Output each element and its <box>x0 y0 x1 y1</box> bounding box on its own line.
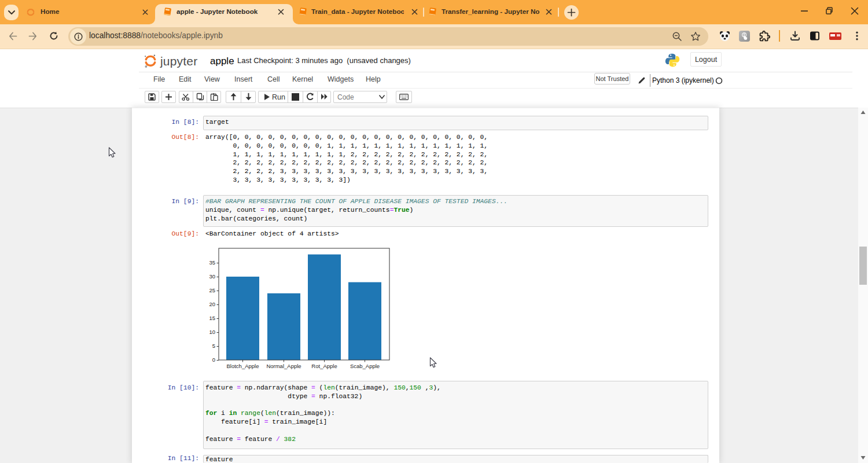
svg-text:Scab_Apple: Scab_Apple <box>350 363 380 369</box>
svg-text:20: 20 <box>209 301 215 307</box>
svg-text:Rot_Apple: Rot_Apple <box>311 363 337 369</box>
svg-text:5: 5 <box>212 343 215 349</box>
svg-text:35: 35 <box>209 259 215 266</box>
svg-text:0: 0 <box>212 357 215 363</box>
svg-text:Blotch_Apple: Blotch_Apple <box>227 363 259 369</box>
svg-text:25: 25 <box>209 287 215 293</box>
svg-text:30: 30 <box>209 273 215 280</box>
svg-text:15: 15 <box>209 315 215 321</box>
svg-text:10: 10 <box>209 329 215 335</box>
svg-text:Normal_Apple: Normal_Apple <box>266 363 301 369</box>
